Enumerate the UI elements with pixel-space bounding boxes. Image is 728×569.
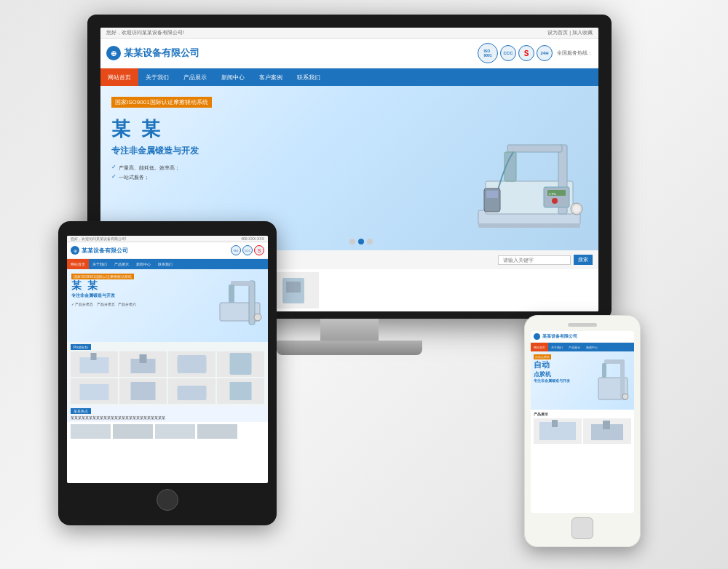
phone-nav-products[interactable]: 产品展示 (566, 343, 583, 351)
hero-machine-area: CTRL (416, 86, 598, 250)
tablet-footer-img-4 (197, 424, 237, 439)
tablet-outer: 您好，欢迎访问某某设备有限公司! 400-XXX-XXX ⊕ 某某设备有限公司 … (58, 221, 277, 525)
phone-products: 产品展示 (531, 410, 634, 446)
monitor-base (277, 341, 422, 355)
cert-s: S (518, 45, 534, 61)
tablet-links: 400-XXX-XXX (241, 236, 264, 241)
website-tablet: 您好，欢迎访问某某设备有限公司! 400-XXX-XXX ⊕ 某某设备有限公司 … (67, 236, 268, 483)
phone-product-1[interactable] (534, 418, 582, 444)
tablet-product-2[interactable] (119, 351, 167, 377)
phone-product-2[interactable] (583, 418, 631, 444)
monitor-neck (320, 319, 379, 341)
header-right: ISO9001 CCC S 24H 全国服务热线： (478, 43, 593, 63)
svg-rect-35 (230, 382, 252, 400)
tablet-nav: 网站首页 关于我们 产品展示 新闻中心 联系我们 (67, 259, 268, 269)
nav-home[interactable]: 网站首页 (100, 68, 138, 86)
tablet-nav-products[interactable]: 产品展示 (111, 259, 132, 269)
nav-cases[interactable]: 客户案例 (252, 68, 290, 86)
hotline-label: 全国服务热线： (557, 49, 593, 57)
tablet-news-section: 某某热点 某某某某某某某某某某某某某某某某某某某某某某某某某某 (67, 406, 268, 422)
tablet-product-3[interactable] (168, 351, 215, 377)
logo-icon: ⊕ (106, 46, 121, 60)
svg-point-7 (573, 205, 580, 212)
tablet-nav-cases[interactable]: 联系我们 (154, 259, 176, 269)
phone-hero-content: 自动点胶机 自动 点胶机 专注非金属锻造与开发 (534, 354, 591, 407)
phone-screen: 某某设备有限公司 网站首页 关于我们 产品展示 新闻中心 自动点胶机 自动 点胶… (531, 331, 634, 513)
tablet-header: ⊕ 某某设备有限公司 ISO CCC S (67, 242, 268, 259)
tablet-product-8[interactable] (217, 378, 264, 404)
phone-nav-news[interactable]: 新闻中心 (583, 343, 601, 351)
phone-nav: 网站首页 关于我们 产品展示 新闻中心 (531, 343, 634, 351)
svg-point-25 (254, 314, 261, 321)
nav-about[interactable]: 关于我们 (138, 68, 176, 86)
logo-area: ⊕ 某某设备有限公司 (106, 46, 199, 60)
tablet-hero-img (205, 274, 264, 338)
tablet-bullets: ✓ 产品分类五 产品分类五 产品分类六 (71, 302, 205, 306)
tablet-product-7[interactable] (168, 378, 215, 404)
tablet-hero-sub: 国家ISO9001国际认证摩擦驱动系统 (71, 274, 134, 279)
svg-rect-32 (80, 384, 109, 400)
top-bar-welcome: 您好，欢迎访问某某设备有限公司! (106, 29, 184, 36)
phone-hero-img (591, 354, 631, 407)
hero-bullets: ✓ 产量高、能耗低、效率高； ✓ 一站式服务； (111, 163, 405, 182)
hero-subtitle: 国家ISO9001国际认证摩擦驱动系统 (111, 97, 212, 108)
tablet-news-content: 某某某某某某某某某某某某某某某某某某某某某某某某某某 (71, 415, 264, 420)
check-icon-1: ✓ (111, 163, 116, 172)
tablet-nav-home[interactable]: 网站首页 (67, 259, 89, 269)
tablet-cert-iso: ISO (231, 245, 241, 255)
phone-hero: 自动点胶机 自动 点胶机 专注非金属锻造与开发 (531, 351, 634, 410)
phone-speaker (568, 323, 597, 327)
svg-rect-39 (602, 363, 606, 378)
tablet-product-1[interactable] (71, 351, 118, 377)
nav-news[interactable]: 新闻中心 (214, 68, 252, 86)
cert-badges: ISO9001 CCC S 24H (478, 43, 553, 63)
tablet-product-4[interactable] (217, 351, 264, 377)
tablet-top-bar: 您好，欢迎访问某某设备有限公司! 400-XXX-XXX (67, 236, 268, 242)
tablet-screen: 您好，欢迎访问某某设备有限公司! 400-XXX-XXX ⊕ 某某设备有限公司 … (67, 236, 268, 483)
tablet: 您好，欢迎访问某某设备有限公司! 400-XXX-XXX ⊕ 某某设备有限公司 … (58, 221, 277, 525)
svg-rect-37 (620, 359, 625, 399)
phone-hero-title: 自动 (534, 359, 591, 370)
phone-logo-icon (534, 333, 540, 340)
phone-logo-text[interactable]: 某某设备有限公司 (542, 333, 577, 340)
tablet-nav-about[interactable]: 关于我们 (89, 259, 111, 269)
hero-title: 某 某 (111, 116, 405, 142)
svg-rect-44 (603, 421, 610, 429)
tablet-nav-news[interactable]: 新闻中心 (132, 259, 154, 269)
tablet-hero-tag: 专注非金属锻造与开发 (71, 293, 205, 299)
tablet-product-5[interactable] (71, 378, 118, 404)
tablet-hero-title: 某 某 (71, 279, 205, 293)
top-bar: 您好，欢迎访问某某设备有限公司! 设为首页 | 加入收藏 (100, 28, 598, 39)
svg-rect-33 (131, 382, 156, 400)
tablet-products-header: Products (71, 344, 264, 350)
phone-hero-tag: 专注非金属锻造与开发 (534, 378, 591, 383)
hero-bullet-1: ✓ 产量高、能耗低、效率高； (111, 163, 405, 172)
tablet-home-button[interactable] (157, 489, 178, 511)
search-input[interactable] (498, 255, 571, 265)
website-phone: 某某设备有限公司 网站首页 关于我们 产品展示 新闻中心 自动点胶机 自动 点胶… (531, 331, 634, 513)
tablet-logo-icon: ⊕ (71, 246, 79, 255)
nav-products[interactable]: 产品展示 (176, 68, 214, 86)
cert-iso: ISO9001 (478, 43, 498, 63)
phone-hero-subtitle: 点胶机 (534, 370, 591, 378)
phone-products-grid (534, 418, 631, 444)
svg-rect-9 (486, 191, 498, 198)
tablet-hero-content: 国家ISO9001国际认证摩擦驱动系统 某 某 专注非金属锻造与开发 ✓ 产品分… (71, 274, 205, 338)
tablet-product-6[interactable] (119, 378, 167, 404)
svg-rect-13 (478, 223, 580, 228)
phone-home-button[interactable] (571, 517, 593, 539)
nav-contact[interactable]: 联系我们 (290, 68, 328, 86)
top-bar-links[interactable]: 设为首页 | 加入收藏 (547, 29, 593, 36)
phone-nav-about[interactable]: 关于我们 (548, 343, 566, 351)
logo-text[interactable]: 某某设备有限公司 (124, 47, 199, 60)
machine-illustration: CTRL (435, 130, 595, 247)
phone-nav-home[interactable]: 网站首页 (531, 343, 548, 351)
svg-point-40 (622, 394, 628, 399)
tablet-footer-img-3 (155, 424, 195, 439)
tablet-products-section: Products (67, 342, 268, 406)
phone-hero-badge: 自动点胶机 (534, 354, 551, 359)
tablet-logo-text[interactable]: 某某设备有限公司 (82, 247, 128, 255)
search-button[interactable]: 搜索 (574, 255, 593, 265)
svg-rect-3 (507, 145, 562, 152)
cert-ccc: CCC (500, 45, 516, 61)
